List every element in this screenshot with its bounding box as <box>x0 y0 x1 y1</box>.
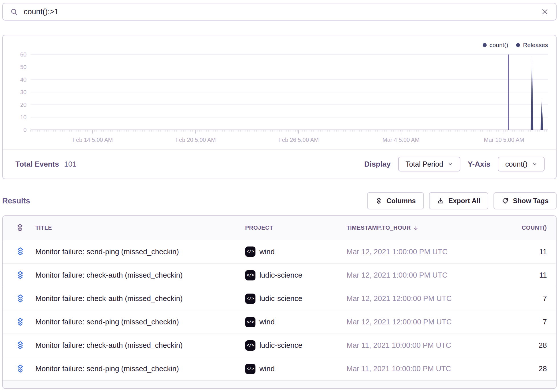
stacked-events-icon[interactable] <box>15 341 35 350</box>
table-row: Monitor failure: check-auth (missed_chec… <box>3 287 556 310</box>
timestamp-cell: Mar 11, 2021 10:00:00 PM UTC <box>347 341 504 350</box>
timestamp-cell: Mar 11, 2021 10:00:00 PM UTC <box>347 364 504 373</box>
search-icon <box>10 8 18 16</box>
count-cell: 11 <box>504 247 547 256</box>
project-name: wind <box>259 247 275 256</box>
table-row: Monitor failure: check-auth (missed_chec… <box>3 263 556 287</box>
table-header-row: TITLE PROJECT TIMESTAMP.TO_HOUR COUNT() <box>3 216 556 240</box>
stacked-events-icon[interactable] <box>15 270 35 280</box>
chart-area: 0102030405060Feb 14 5:00 AMFeb 20 5:00 A… <box>3 35 556 149</box>
table-row: Monitor failure: send-ping (missed_check… <box>3 310 556 334</box>
table-row: Monitor failure: send-ping (missed_check… <box>3 357 556 380</box>
project-cell: </> wind <box>245 246 347 257</box>
project-platform-icon: </> <box>245 340 255 351</box>
layers-icon <box>375 197 382 205</box>
svg-text:60: 60 <box>20 51 27 58</box>
stack-icon <box>15 223 25 233</box>
project-name: ludic-science <box>259 341 302 350</box>
svg-text:Feb 26 5:00 AM: Feb 26 5:00 AM <box>279 137 319 143</box>
count-cell: 7 <box>504 294 547 303</box>
export-all-button[interactable]: Export All <box>429 192 488 209</box>
timestamp-cell: Mar 12, 2021 1:00:00 PM UTC <box>347 271 504 280</box>
svg-text:Feb 14 5:00 AM: Feb 14 5:00 AM <box>72 137 113 143</box>
count-legend-dot <box>483 43 487 47</box>
project-cell: </> ludic-science <box>245 270 347 280</box>
svg-text:0: 0 <box>23 127 27 133</box>
svg-text:50: 50 <box>20 64 27 70</box>
event-title: Monitor failure: check-auth (missed_chec… <box>35 271 245 280</box>
timestamp-cell: Mar 12, 2021 12:00:00 PM UTC <box>347 294 504 303</box>
project-name: ludic-science <box>259 294 302 303</box>
count-legend-label: count() <box>490 42 508 49</box>
project-platform-icon: </> <box>245 246 255 257</box>
events-chart-panel: 0102030405060Feb 14 5:00 AMFeb 20 5:00 A… <box>2 35 557 179</box>
count-cell: 28 <box>504 364 547 373</box>
stacked-events-icon[interactable] <box>15 317 35 327</box>
legend-item-releases[interactable]: Releases <box>516 42 548 49</box>
chart-footer: Total Events 101 Display Total Period Y-… <box>3 149 556 179</box>
svg-text:40: 40 <box>20 76 27 83</box>
project-platform-icon: </> <box>245 294 255 304</box>
releases-legend-label: Releases <box>523 42 548 49</box>
legend-item-count[interactable]: count() <box>483 42 508 49</box>
y-axis-label: Y-Axis <box>468 160 491 169</box>
event-title: Monitor failure: check-auth (missed_chec… <box>35 294 245 303</box>
project-cell: </> wind <box>245 317 347 327</box>
svg-text:30: 30 <box>20 89 27 95</box>
results-bar: Results Columns Export All Show Tags <box>2 192 557 209</box>
project-name: wind <box>259 318 275 326</box>
timestamp-cell: Mar 12, 2021 1:00:00 PM UTC <box>347 247 504 256</box>
search-bar <box>2 3 557 21</box>
event-title: Monitor failure: check-auth (missed_chec… <box>35 341 245 350</box>
event-title: Monitor failure: send-ping (missed_check… <box>35 318 245 326</box>
total-events-value: 101 <box>64 160 76 169</box>
svg-text:Mar 4 5:00 AM: Mar 4 5:00 AM <box>382 137 420 143</box>
sort-desc-icon <box>413 225 419 231</box>
display-dropdown[interactable]: Total Period <box>398 157 460 171</box>
tag-icon <box>501 197 509 205</box>
event-title: Monitor failure: send-ping (missed_check… <box>35 247 245 256</box>
column-header-timestamp[interactable]: TIMESTAMP.TO_HOUR <box>347 225 504 231</box>
chevron-down-icon <box>448 161 453 167</box>
table-row: Monitor failure: check-auth (missed_chec… <box>3 334 556 357</box>
search-input[interactable] <box>24 7 535 16</box>
project-platform-icon: </> <box>245 270 255 280</box>
table-footer <box>3 380 556 388</box>
table-row: Monitor failure: send-ping (missed_check… <box>3 240 556 263</box>
timestamp-cell: Mar 12, 2021 12:00:00 PM UTC <box>347 318 504 326</box>
stacked-events-icon[interactable] <box>15 247 35 256</box>
results-title: Results <box>2 197 30 205</box>
project-platform-icon: </> <box>245 317 255 327</box>
project-cell: </> ludic-science <box>245 340 347 351</box>
project-cell: </> wind <box>245 364 347 374</box>
results-table: TITLE PROJECT TIMESTAMP.TO_HOUR COUNT() … <box>2 215 557 389</box>
chart-legend: count() Releases <box>483 42 548 49</box>
releases-legend-dot <box>516 43 520 47</box>
stacked-events-icon[interactable] <box>15 364 35 374</box>
project-name: wind <box>259 364 275 373</box>
project-cell: </> ludic-science <box>245 294 347 304</box>
display-label: Display <box>364 160 391 169</box>
y-axis-dropdown[interactable]: count() <box>498 157 545 171</box>
svg-text:Mar 10 5:00 AM: Mar 10 5:00 AM <box>484 137 524 143</box>
column-header-count[interactable]: COUNT() <box>504 225 547 231</box>
svg-text:10: 10 <box>20 114 27 120</box>
column-header-title[interactable]: TITLE <box>35 225 245 231</box>
download-icon <box>437 197 444 205</box>
stack-column-header-icon <box>15 223 35 233</box>
events-chart: 0102030405060Feb 14 5:00 AMFeb 20 5:00 A… <box>3 35 556 149</box>
show-tags-button[interactable]: Show Tags <box>493 192 557 209</box>
close-icon[interactable] <box>541 8 549 15</box>
count-cell: 11 <box>504 271 547 280</box>
table-body: Monitor failure: send-ping (missed_check… <box>3 240 556 380</box>
total-events-label: Total Events <box>15 160 59 169</box>
svg-text:20: 20 <box>20 102 27 108</box>
project-platform-icon: </> <box>245 364 255 374</box>
column-header-project[interactable]: PROJECT <box>245 225 347 231</box>
columns-button[interactable]: Columns <box>367 192 424 209</box>
chevron-down-icon <box>532 161 537 167</box>
project-name: ludic-science <box>259 271 302 280</box>
count-cell: 28 <box>504 341 547 350</box>
event-title: Monitor failure: send-ping (missed_check… <box>35 364 245 373</box>
stacked-events-icon[interactable] <box>15 294 35 304</box>
